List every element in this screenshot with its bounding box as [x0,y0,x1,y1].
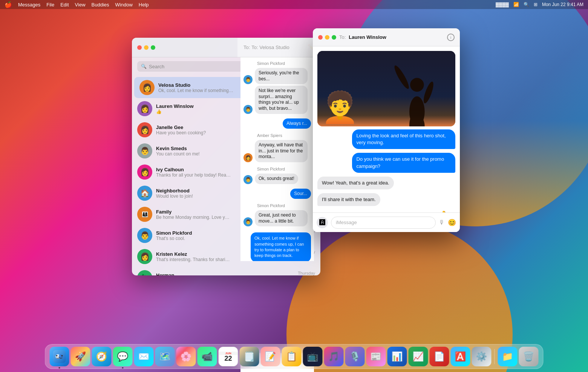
front-input-placeholder: iMessage [336,220,357,225]
podcasts-icon-char: 🎙️ [349,351,361,362]
front-imessage-input[interactable]: iMessage [331,217,436,229]
dock: 🚀 🧭 💬 ✉️ 🗺️ 🌸 📹 JUN 22 🗒️ 📝 � [45,344,544,369]
dock-messages[interactable]: 💬 [113,347,133,366]
conv-preview-lauren: 👍 [156,109,231,114]
dock-mail[interactable]: ✉️ [134,347,154,366]
dock-stickies[interactable]: 🗒️ [240,347,259,366]
menubar-buddies[interactable]: Buddies [92,2,109,8]
back-bubble-sour: Sour... [290,189,311,199]
conv-avatar-lauren: 👩 [137,101,152,116]
front-minimize-button[interactable] [325,35,329,40]
menubar-view[interactable]: View [75,2,86,8]
msg-row-incoming1: Wow! Yeah, that's a great idea. [317,177,455,189]
back-avatar-simon3: 👨 [243,175,253,184]
finder-dot [59,367,60,369]
dock-tv[interactable]: 📺 [303,347,323,366]
dock-notes[interactable]: 📋 [282,347,302,366]
dock-numbers[interactable]: 📈 [409,347,428,366]
pages-icon-char: 📄 [434,351,445,362]
finder-icon [53,350,66,363]
controlcenter-icon[interactable]: ⊞ [534,2,537,7]
front-to-name: Lauren Winslow [349,34,386,40]
bubble-incoming2: I'll share it with the team. [317,193,380,206]
conv-name-herman: Herman [156,272,294,276]
conv-preview-simon: That's so cool. [156,236,231,241]
back-msg-group-amber: Amber Spiers 👩 Anyway, will have that in… [243,133,311,162]
front-titlebar: To: Lauren Winslow i [313,28,460,46]
menubar-help[interactable]: Help [139,2,149,8]
front-close-button[interactable] [318,35,323,40]
back-chat-messages: Simon Pickford 👨 Seriously, you're the b… [240,57,314,261]
dock-appstore[interactable]: 🅰️ [451,347,470,366]
search-placeholder: Search [149,64,164,69]
photos-icon-char: 🌸 [181,351,192,362]
maximize-button[interactable] [151,45,155,50]
wifi-icon: 📶 [513,2,519,7]
front-info-button[interactable]: i [447,34,455,41]
back-avatar-simon1: 👨 [243,75,253,84]
front-memoji-btn[interactable]: 🅰 [317,217,328,228]
minimize-button[interactable] [144,45,149,50]
dock-pages[interactable]: 📄 [430,347,449,366]
music-icon-char: 🎵 [328,351,340,362]
conv-item-herman[interactable]: 🦎 Herman Secret about box. Thursday [132,267,320,275]
conv-avatar-janelle: 👩 [137,122,152,137]
menubar-file[interactable]: File [46,2,54,8]
dock-news[interactable]: 📰 [366,347,386,366]
back-msg-row-amber: 👩 Anyway, will have that in... just in t… [243,140,311,162]
dock-trash[interactable]: 🗑️ [519,347,539,366]
svg-point-10 [56,355,58,357]
back-to-name: To: Velosa Studio [251,45,289,50]
menubar: 🍎 Messages File Edit View Buddies Window… [0,0,588,9]
search-icon: 🔍 [141,64,147,69]
dock-music[interactable]: 🎵 [324,347,344,366]
back-big-bubble-row: Ok, cool. Let me know if something comes… [243,232,311,261]
front-maximize-button[interactable] [332,35,336,40]
dock-launchpad[interactable]: 🚀 [71,347,90,366]
mail-icon-char: ✉️ [138,351,150,362]
back-to-label: To: [243,45,250,50]
dock-calendar[interactable]: JUN 22 [219,347,238,366]
dock-safari[interactable]: 🧭 [92,347,112,366]
dock-photos[interactable]: 🌸 [176,347,196,366]
bubble-incoming1: Wow! Yeah, that's a great idea. [317,177,394,189]
settings-icon-char: ⚙️ [476,351,487,362]
back-bubble-simon2: Ok, sounds great! [255,174,298,184]
dock-podcasts[interactable]: 🎙️ [345,347,365,366]
messages-dot [122,367,124,369]
conv-avatar-neighborhood: 🏠 [137,186,152,201]
dock-reminders[interactable]: 📝 [261,347,280,366]
front-audio-icon[interactable]: 🎙 [439,219,445,226]
conv-avatar-herman: 🦎 [137,270,152,275]
back-msg-row-1: 👨 Seriously, you're the bes... [243,68,311,84]
menubar-edit[interactable]: Edit [60,2,69,8]
front-emoji-icon[interactable]: 😊 [448,218,456,227]
conv-avatar-velosa: 👩 [139,80,155,95]
front-chat-body: 🧑‍🦱 Loving the look and feel of this her… [313,46,460,212]
apple-menu[interactable]: 🍎 [5,1,12,8]
hero-memoji: 🧑‍🦱 [321,92,359,123]
back-msg-group-1: Simon Pickford 👨 Seriously, you're the b… [243,61,311,114]
menubar-window[interactable]: Window [115,2,133,8]
maps-icon-char: 🗺️ [159,351,171,362]
conv-preview-neighborhood: Would love to join! [156,194,231,199]
dock-keynote[interactable]: 📊 [387,347,407,366]
front-traffic-lights [318,35,336,40]
traffic-lights [137,45,155,50]
dock-files[interactable]: 📁 [498,347,518,366]
conv-preview-family: Be home Monday morning. Love you all! [156,215,231,220]
safari-icon-char: 🧭 [96,351,107,362]
dock-settings[interactable]: ⚙️ [472,347,492,366]
dock-facetime[interactable]: 📹 [198,347,217,366]
conv-time-herman: Thursday [298,270,315,275]
menubar-right: ▓▓▓▓ 📶 🔍 ⊞ Mon Jun 22 9:41 AM [496,2,583,7]
close-button[interactable] [137,45,142,50]
menubar-left: 🍎 Messages File Edit View Buddies Window… [5,1,149,8]
back-outgoing-1: Always r... [243,118,311,129]
clock: Mon Jun 22 9:41 AM [542,2,583,7]
search-icon[interactable]: 🔍 [524,2,529,7]
menubar-app-name[interactable]: Messages [18,2,40,8]
dock-finder[interactable] [50,347,69,366]
conv-avatar-kevin: 👨 [137,143,152,158]
dock-maps[interactable]: 🗺️ [155,347,175,366]
